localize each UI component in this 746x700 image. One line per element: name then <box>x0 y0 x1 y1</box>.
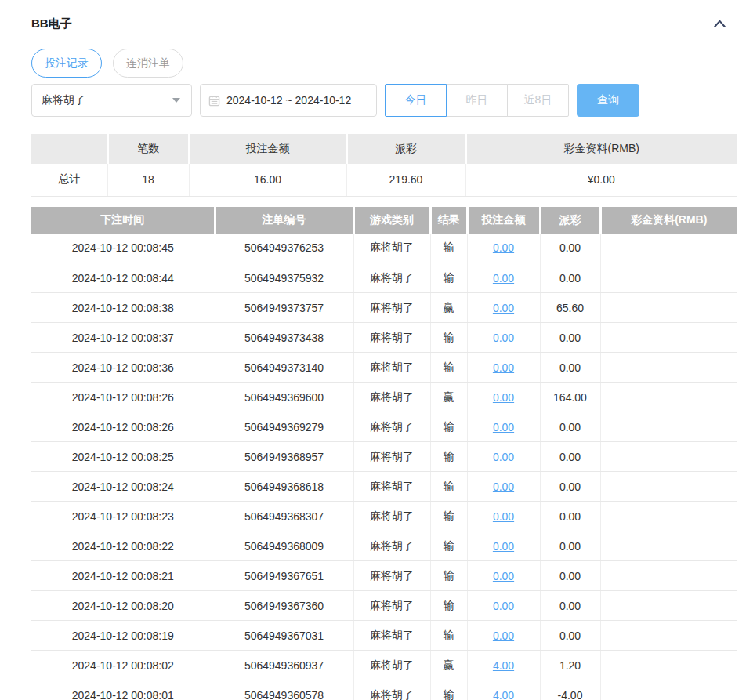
cell-bonus <box>600 561 737 591</box>
cell-payout: 0.00 <box>540 234 600 263</box>
bet-amount-link[interactable]: 0.00 <box>493 302 514 314</box>
cell-result: 赢 <box>430 383 467 412</box>
bet-amount-link[interactable]: 0.00 <box>493 332 514 344</box>
bet-amount-link[interactable]: 0.00 <box>493 510 514 523</box>
bet-amount-link[interactable]: 0.00 <box>493 451 514 463</box>
cell-payout: 0.00 <box>540 591 600 621</box>
today-button[interactable]: 今日 <box>385 84 447 117</box>
cell-bonus <box>600 293 737 323</box>
bet-amount-link[interactable]: 0.00 <box>493 421 514 433</box>
summary-header-bonus: 彩金资料(RMB) <box>465 134 737 164</box>
bet-amount-link[interactable]: 4.00 <box>493 689 514 700</box>
tab-bet-records[interactable]: 投注记录 <box>31 49 102 78</box>
cell-bet-time: 2024-10-12 00:08:36 <box>31 353 215 383</box>
table-row: 2024-10-12 00:08:21 5064949367651 麻将胡了 输… <box>31 561 737 591</box>
date-range-value: 2024-10-12 ~ 2024-10-12 <box>226 94 351 107</box>
cell-order-number: 5064949368307 <box>215 502 353 531</box>
bet-amount-link[interactable]: 0.00 <box>493 272 514 285</box>
cell-order-number: 5064949368009 <box>215 531 353 561</box>
cell-game-type: 麻将胡了 <box>353 621 430 651</box>
bet-amount-link[interactable]: 0.00 <box>493 629 514 642</box>
cell-payout: -4.00 <box>540 680 600 700</box>
last-8-days-button[interactable]: 近8日 <box>507 84 569 117</box>
cell-game-type: 麻将胡了 <box>353 323 430 353</box>
cell-game-type: 麻将胡了 <box>353 561 430 591</box>
cell-bonus <box>600 651 737 680</box>
summary-total-label: 总计 <box>31 164 107 196</box>
cell-result: 赢 <box>430 293 467 323</box>
cell-order-number: 5064949367651 <box>215 561 353 591</box>
bet-amount-link[interactable]: 0.00 <box>493 600 514 612</box>
summary-header-count: 笔数 <box>107 134 189 164</box>
yesterday-button[interactable]: 昨日 <box>446 84 508 117</box>
table-row: 2024-10-12 00:08:44 5064949375932 麻将胡了 输… <box>31 263 737 293</box>
cell-bet-amount: 0.00 <box>467 591 540 621</box>
game-select[interactable]: 麻将胡了 <box>31 84 192 117</box>
cell-payout: 0.00 <box>540 353 600 383</box>
collapse-button[interactable] <box>711 16 729 31</box>
cell-game-type: 麻将胡了 <box>353 502 430 531</box>
search-button[interactable]: 查询 <box>577 84 639 117</box>
cell-bet-time: 2024-10-12 00:08:26 <box>31 383 215 412</box>
cell-game-type: 麻将胡了 <box>353 412 430 442</box>
cell-bonus <box>600 680 737 700</box>
date-range-input[interactable]: 2024-10-12 ~ 2024-10-12 <box>200 84 377 117</box>
cell-result: 输 <box>430 442 467 472</box>
cell-bet-time: 2024-10-12 00:08:38 <box>31 293 215 323</box>
table-row: 2024-10-12 00:08:24 5064949368618 麻将胡了 输… <box>31 472 737 502</box>
bet-amount-link[interactable]: 0.00 <box>493 481 514 493</box>
bet-amount-link[interactable]: 0.00 <box>493 391 514 404</box>
cell-bet-amount: 0.00 <box>467 383 540 412</box>
cell-order-number: 5064949367360 <box>215 591 353 621</box>
cell-result: 输 <box>430 472 467 502</box>
records-table: 下注时间 注单编号 游戏类别 结果 投注金额 派彩 彩金资料(RMB) 2024… <box>31 207 737 700</box>
records-table-body: 2024-10-12 00:08:45 5064949376253 麻将胡了 输… <box>31 234 737 700</box>
cell-payout: 0.00 <box>540 442 600 472</box>
cell-payout: 164.00 <box>540 383 600 412</box>
cell-bet-amount: 0.00 <box>467 621 540 651</box>
page-title: BB电子 <box>31 16 72 31</box>
chevron-up-icon <box>712 20 727 31</box>
bet-records-panel: BB电子 投注记录 连消注单 麻将胡了 2024-10-12 ~ 2024-10… <box>0 0 746 700</box>
cell-bet-amount: 4.00 <box>467 680 540 700</box>
cell-result: 输 <box>430 234 467 263</box>
summary-header-bet-amount: 投注金额 <box>189 134 346 164</box>
cell-result: 输 <box>430 263 467 293</box>
header-game-type: 游戏类别 <box>353 207 430 234</box>
cell-bet-time: 2024-10-12 00:08:24 <box>31 472 215 502</box>
bet-amount-link[interactable]: 0.00 <box>493 361 514 374</box>
game-select-value: 麻将胡了 <box>42 93 85 107</box>
cell-game-type: 麻将胡了 <box>353 531 430 561</box>
cell-bet-time: 2024-10-12 00:08:21 <box>31 561 215 591</box>
cell-bonus <box>600 472 737 502</box>
bet-amount-link[interactable]: 0.00 <box>493 540 514 553</box>
cell-payout: 0.00 <box>540 472 600 502</box>
cell-bet-amount: 0.00 <box>467 293 540 323</box>
table-row: 2024-10-12 00:08:37 5064949373438 麻将胡了 输… <box>31 323 737 353</box>
cell-bet-time: 2024-10-12 00:08:25 <box>31 442 215 472</box>
cell-bet-time: 2024-10-12 00:08:37 <box>31 323 215 353</box>
table-row: 2024-10-12 00:08:26 5064949369279 麻将胡了 输… <box>31 412 737 442</box>
header-order-number: 注单编号 <box>215 207 353 234</box>
tab-cancelled-orders[interactable]: 连消注单 <box>113 49 183 78</box>
table-row: 2024-10-12 00:08:20 5064949367360 麻将胡了 输… <box>31 591 737 621</box>
cell-bet-time: 2024-10-12 00:08:22 <box>31 531 215 561</box>
cell-bonus <box>600 591 737 621</box>
cell-payout: 0.00 <box>540 323 600 353</box>
table-row: 2024-10-12 00:08:36 5064949373140 麻将胡了 输… <box>31 353 737 383</box>
cell-bonus <box>600 442 737 472</box>
summary-header-blank <box>31 134 107 164</box>
cell-payout: 0.00 <box>540 502 600 531</box>
table-row: 2024-10-12 00:08:22 5064949368009 麻将胡了 输… <box>31 531 737 561</box>
cell-order-number: 5064949368618 <box>215 472 353 502</box>
summary-total-row: 总计 18 16.00 219.60 ¥0.00 <box>31 164 737 196</box>
bet-amount-link[interactable]: 0.00 <box>493 570 514 582</box>
quick-date-group: 今日 昨日 近8日 <box>385 84 569 117</box>
cell-game-type: 麻将胡了 <box>353 353 430 383</box>
bet-amount-link[interactable]: 4.00 <box>493 659 514 672</box>
cell-order-number: 5064949367031 <box>215 621 353 651</box>
table-row: 2024-10-12 00:08:26 5064949369600 麻将胡了 赢… <box>31 383 737 412</box>
bet-amount-link[interactable]: 0.00 <box>493 241 514 254</box>
cell-order-number: 5064949368957 <box>215 442 353 472</box>
table-row: 2024-10-12 00:08:02 5064949360937 麻将胡了 赢… <box>31 651 737 680</box>
